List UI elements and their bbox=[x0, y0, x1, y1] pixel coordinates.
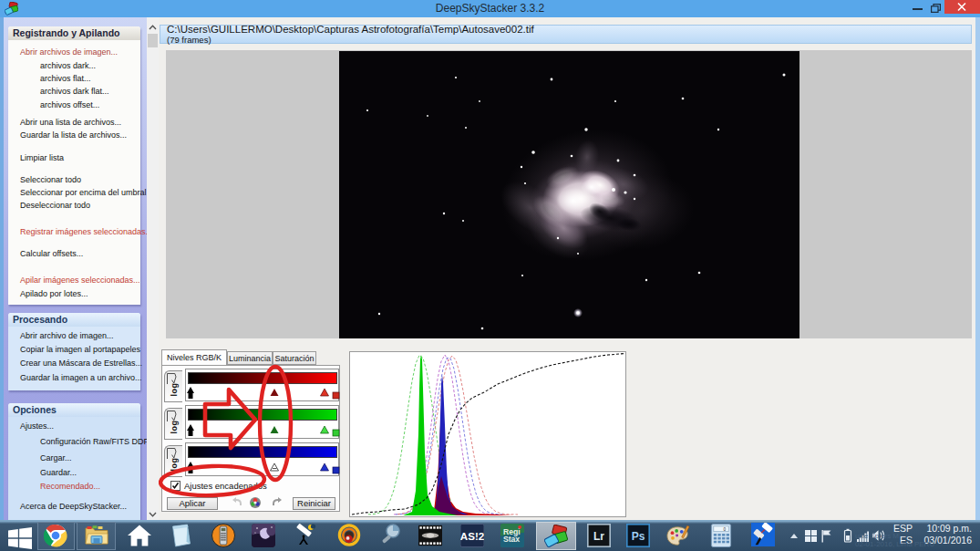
svg-text:Ps: Ps bbox=[632, 530, 645, 543]
svg-text:0: 0 bbox=[724, 527, 727, 532]
svg-text:Stax: Stax bbox=[503, 535, 520, 544]
svg-text:AS!2: AS!2 bbox=[460, 531, 484, 542]
svg-text:Lr: Lr bbox=[593, 530, 604, 543]
